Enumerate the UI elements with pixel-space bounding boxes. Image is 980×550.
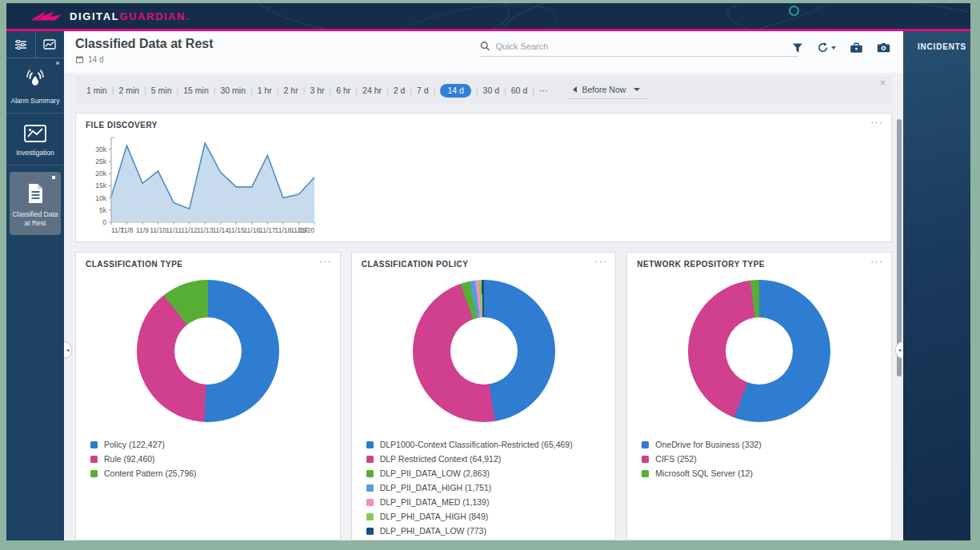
quick-search[interactable] <box>480 41 798 57</box>
time-option-30-min[interactable]: 30 min <box>221 86 246 95</box>
camera-button[interactable] <box>877 42 890 53</box>
card-title: CLASSIFICATION POLICY <box>352 253 616 269</box>
app-window: DIGITALGUARDIAN. <box>6 3 970 540</box>
time-options-more-button[interactable]: ⋯ <box>539 86 548 95</box>
legend-item[interactable]: CIFS (252) <box>642 454 891 464</box>
option-separator: | <box>214 86 216 95</box>
time-option-14-d[interactable]: 14 d <box>440 84 470 98</box>
time-option-60-d[interactable]: 60 d <box>511 86 527 95</box>
legend-item[interactable]: DLP1000-Context Classification-Restricte… <box>366 440 616 449</box>
pin-icon[interactable] <box>52 176 55 179</box>
gear-icon[interactable] <box>56 62 59 65</box>
incidents-panel-label: INCIDENTS <box>903 31 970 51</box>
chart-panel-icon <box>43 39 56 50</box>
legend-item[interactable]: DLP Restricted Context (64,912) <box>366 454 616 464</box>
filter-button[interactable] <box>792 42 803 54</box>
option-separator: | <box>277 86 279 95</box>
legend-item[interactable]: Policy (122,427) <box>90 440 340 449</box>
digital-guardian-logo[interactable]: DIGITALGUARDIAN. <box>29 3 190 29</box>
card-menu-button[interactable]: ··· <box>594 255 607 267</box>
incidents-panel[interactable]: INCIDENTS <box>903 31 970 540</box>
alarm-icon <box>23 69 47 91</box>
sidebar-item-alarm-summary[interactable]: Alarm Summary <box>6 58 64 114</box>
briefcase-button[interactable] <box>850 42 863 54</box>
svg-text:11/17: 11/17 <box>259 226 276 234</box>
file-discovery-chart[interactable]: 05k10k15k20k25k30k11/711/811/911/1011/11… <box>82 134 322 237</box>
legend-item[interactable]: DLP_PII_DATA_MED (1,139) <box>366 497 616 507</box>
document-icon <box>26 182 45 205</box>
pie-cards-row: CLASSIFICATION TYPE ··· Policy (122,427)… <box>75 252 892 540</box>
time-option-2-min[interactable]: 2 min <box>118 86 139 95</box>
legend-item[interactable]: DLP_PHI_DATA_LOW (773) <box>366 526 616 536</box>
time-range-options: 1 min|2 min|5 min|15 min|30 min|1 hr|2 h… <box>86 84 547 98</box>
page-title: Classified Data at Rest <box>75 37 214 51</box>
chevron-left-icon: ◂ <box>66 347 70 353</box>
time-option-24-hr[interactable]: 24 hr <box>362 86 382 95</box>
network-repository-type-donut[interactable] <box>688 280 830 422</box>
time-option-2-hr[interactable]: 2 hr <box>284 86 298 95</box>
sliders-settings-button[interactable] <box>6 31 36 58</box>
sidebar-item-label: Alarm Summary <box>9 97 62 106</box>
legend-item[interactable]: Rule (92,460) <box>90 454 340 464</box>
chevron-left-icon: ◂ <box>898 347 902 353</box>
dashboard-canvas: FILE DISCOVERY ··· 05k10k15k20k25k30k11/… <box>64 105 903 540</box>
legend-item[interactable]: DLP_PII_DATA_LOW (2,863) <box>366 468 616 478</box>
classification-type-legend: Policy (122,427)Rule (92,460)Content Pat… <box>90 440 340 478</box>
legend-swatch <box>90 470 98 477</box>
brand-primary: DIGITAL <box>70 10 119 22</box>
search-icon <box>480 41 490 51</box>
sidebar-toolbar <box>6 31 64 58</box>
legend-swatch <box>366 441 374 448</box>
card-menu-button[interactable]: ··· <box>870 255 883 267</box>
classification-type-donut[interactable] <box>137 280 279 422</box>
time-option-6-hr[interactable]: 6 hr <box>336 86 350 95</box>
legend-item[interactable]: Content Pattern (25,796) <box>90 468 340 478</box>
svg-text:15k: 15k <box>95 181 106 189</box>
search-input[interactable] <box>495 42 798 51</box>
time-option-5-min[interactable]: 5 min <box>151 86 172 95</box>
refresh-button[interactable] <box>817 42 836 54</box>
vertical-scrollbar[interactable] <box>897 119 902 377</box>
legend-swatch <box>642 456 649 463</box>
legend-item[interactable]: Microsoft SQL Server (12) <box>642 468 891 478</box>
svg-text:11/11: 11/11 <box>166 226 182 234</box>
classification-policy-donut[interactable] <box>413 280 555 422</box>
time-option-7-d[interactable]: 7 d <box>417 86 429 95</box>
main-content: Classified Data at Rest 14 d <box>64 31 903 540</box>
close-icon[interactable]: × <box>880 78 886 88</box>
date-range-indicator: 14 d <box>75 55 103 64</box>
legend-label: DLP_PII_DATA_MED (1,139) <box>380 497 490 507</box>
classification-policy-card: CLASSIFICATION POLICY ··· DLP1000-Contex… <box>351 252 617 540</box>
card-menu-button[interactable]: ··· <box>319 255 332 267</box>
time-option-2-d[interactable]: 2 d <box>394 86 406 95</box>
option-separator: | <box>250 86 253 95</box>
dashboard-view-button[interactable] <box>36 31 65 58</box>
legend-item[interactable]: OneDrive for Business (332) <box>642 440 891 449</box>
circle-decoration <box>789 6 799 16</box>
time-option-1-min[interactable]: 1 min <box>86 86 107 95</box>
svg-text:11/15: 11/15 <box>228 226 245 234</box>
before-now-label: Before Now <box>582 85 626 94</box>
legend-item[interactable]: DLP_PII_DATA_HIGH (1,751) <box>366 483 616 492</box>
legend-swatch <box>366 528 374 535</box>
time-option-3-hr[interactable]: 3 hr <box>310 86 324 95</box>
before-now-dropdown[interactable]: Before Now <box>568 82 648 99</box>
svg-text:11/14: 11/14 <box>212 226 229 234</box>
sidebar-item-investigation[interactable]: Investigation <box>6 114 64 165</box>
legend-item[interactable]: DLP_PHI_DATA_HIGH (849) <box>366 512 616 521</box>
camera-icon <box>877 42 890 53</box>
svg-text:11/12: 11/12 <box>181 226 198 234</box>
time-option-15-min[interactable]: 15 min <box>183 86 209 95</box>
legend-swatch <box>366 484 374 492</box>
time-option-30-d[interactable]: 30 d <box>483 86 499 95</box>
option-separator: | <box>410 86 412 95</box>
svg-text:20k: 20k <box>95 169 106 177</box>
svg-text:5k: 5k <box>99 206 107 214</box>
legend-swatch <box>90 441 98 448</box>
legend-label: DLP_PII_DATA_HIGH (1,751) <box>380 483 492 492</box>
sidebar-item-classified-data-at-rest[interactable]: Classified Data at Rest <box>10 172 61 235</box>
sidebar-item-label: Investigation <box>9 149 62 157</box>
time-option-1-hr[interactable]: 1 hr <box>258 86 272 95</box>
card-menu-button[interactable]: ··· <box>870 116 883 128</box>
svg-text:30k: 30k <box>95 145 106 153</box>
